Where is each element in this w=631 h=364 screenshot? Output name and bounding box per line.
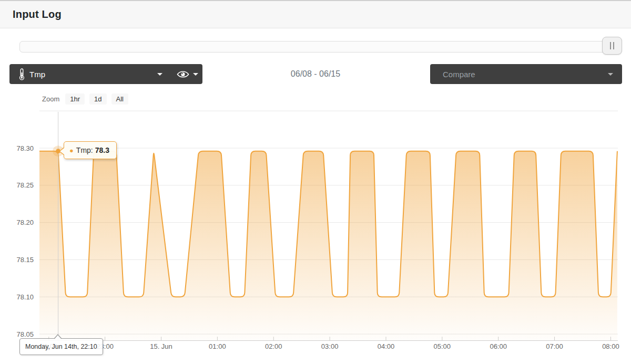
svg-text:78.15: 78.15: [16, 256, 34, 264]
compare-dropdown[interactable]: Compare: [430, 64, 622, 84]
xaxis-tooltip-text: Monday, Jun 14th, 22:10: [25, 343, 97, 350]
svg-text:78.10: 78.10: [16, 293, 34, 301]
eye-icon: [177, 70, 189, 79]
compare-dropdown-placeholder: Compare: [443, 70, 475, 79]
zoom-button-all[interactable]: All: [111, 93, 128, 105]
navigator-track[interactable]: [19, 41, 613, 53]
series-tooltip: ●Tmp:78.3: [64, 141, 117, 159]
x-axis-labels: 22:0023:0015. Jun01:0002:0003:0004:0005:…: [40, 342, 619, 350]
svg-text:07:00: 07:00: [546, 342, 563, 350]
svg-text:04:00: 04:00: [378, 342, 395, 350]
xaxis-tooltip: Monday, Jun 14th, 22:10: [19, 338, 103, 355]
range-selector: Zoom 1hr 1d All: [42, 93, 128, 105]
series-marker-icon: ●: [69, 147, 74, 154]
sensor-dropdown-label: Tmp: [29, 70, 45, 79]
svg-text:78.25: 78.25: [16, 181, 34, 189]
svg-text:06:00: 06:00: [490, 342, 507, 350]
navigator-handle[interactable]: [602, 37, 622, 55]
zoom-button-1hr[interactable]: 1hr: [65, 93, 85, 105]
y-axis-labels: 78.3078.2578.2078.1578.1078.05: [16, 144, 34, 338]
svg-text:08:00: 08:00: [602, 342, 619, 350]
page-title: Input Log: [13, 8, 62, 20]
visibility-dropdown[interactable]: [177, 64, 198, 84]
drag-handle-icon: [610, 42, 614, 49]
svg-text:78.05: 78.05: [16, 330, 34, 338]
svg-text:78.30: 78.30: [16, 144, 34, 152]
zoom-button-1d[interactable]: 1d: [89, 93, 106, 105]
svg-text:02:00: 02:00: [265, 342, 282, 350]
chevron-down-icon: [157, 73, 162, 76]
thermometer-icon: [19, 68, 25, 80]
svg-text:15. Jun: 15. Jun: [150, 342, 172, 350]
sensor-dropdown[interactable]: Tmp: [9, 64, 202, 84]
series-tooltip-value: 78.3: [95, 146, 109, 154]
temperature-chart[interactable]: 78.3078.2578.2078.1578.1078.0522:0023:00…: [0, 0, 631, 364]
svg-text:05:00: 05:00: [434, 342, 451, 350]
series-area: [39, 151, 617, 341]
chevron-down-icon: [193, 73, 198, 76]
svg-text:03:00: 03:00: [321, 342, 339, 350]
page-header: Input Log: [0, 0, 631, 28]
svg-text:01:00: 01:00: [209, 342, 226, 350]
chevron-down-icon: [608, 73, 613, 76]
series-tooltip-label: Tmp:: [76, 146, 93, 154]
zoom-label: Zoom: [42, 95, 59, 103]
svg-text:78.20: 78.20: [16, 219, 34, 226]
